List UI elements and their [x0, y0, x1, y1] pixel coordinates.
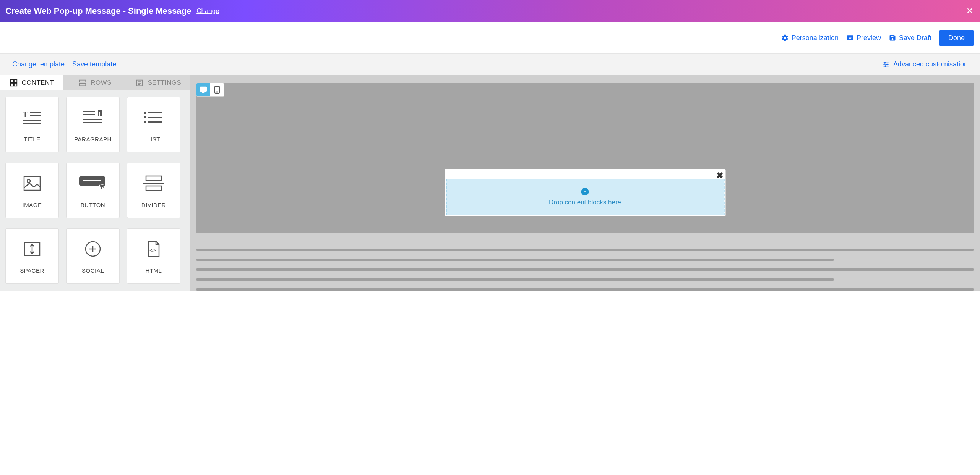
block-social[interactable]: SOCIAL [66, 228, 120, 284]
sliders-icon [883, 61, 889, 68]
advanced-label: Advanced customisation [893, 60, 968, 68]
device-mobile[interactable] [210, 83, 224, 96]
gear-icon [781, 34, 789, 42]
change-template-link[interactable]: Change template [12, 60, 65, 68]
svg-point-8 [885, 66, 886, 67]
actionbar: Personalization Preview Save Draft Done [0, 22, 980, 54]
block-button-label: BUTTON [81, 202, 105, 208]
tab-content[interactable]: CONTENT [0, 75, 63, 90]
tab-rows[interactable]: ROWS [63, 75, 127, 90]
tab-settings-label: SETTINGS [148, 79, 181, 87]
block-button[interactable]: BUTTON [66, 163, 120, 218]
block-list[interactable]: LIST [127, 97, 180, 152]
svg-rect-29 [148, 112, 162, 113]
placeholder-line [196, 259, 834, 261]
desktop-icon [200, 86, 207, 93]
svg-rect-33 [148, 121, 162, 123]
svg-rect-13 [80, 80, 86, 82]
image-icon [23, 173, 41, 194]
drop-zone[interactable]: ↑ Drop content blocks here [446, 179, 724, 215]
upload-icon: ↑ [581, 188, 589, 195]
tab-settings[interactable]: SETTINGS [127, 75, 190, 90]
block-divider[interactable]: DIVIDER [127, 163, 180, 218]
button-icon [79, 173, 107, 194]
popup-preview: ✖ ↑ Drop content blocks here [445, 169, 725, 216]
save-draft-button[interactable]: Save Draft [889, 34, 931, 42]
svg-rect-38 [146, 176, 161, 181]
block-image[interactable]: IMAGE [5, 163, 59, 218]
main: CONTENT ROWS SETTINGS T TITLE [0, 75, 980, 291]
placeholder-line [196, 249, 974, 251]
tab-content-label: CONTENT [22, 79, 54, 87]
template-bar: Change template Save template Advanced c… [0, 54, 980, 75]
svg-rect-25 [83, 114, 95, 115]
content-icon [10, 79, 18, 87]
placeholder-lines [196, 233, 974, 291]
svg-rect-28 [144, 112, 146, 114]
social-icon [85, 239, 101, 260]
svg-rect-32 [144, 121, 146, 123]
block-paragraph[interactable]: PARAGRAPH [66, 97, 120, 152]
mobile-icon [214, 86, 220, 94]
block-paragraph-label: PARAGRAPH [74, 136, 112, 142]
block-divider-label: DIVIDER [141, 202, 166, 208]
preview-icon [846, 34, 854, 42]
block-social-label: SOCIAL [82, 267, 104, 274]
tabs: CONTENT ROWS SETTINGS [0, 75, 190, 90]
svg-point-51 [217, 92, 217, 92]
svg-rect-14 [80, 83, 86, 86]
svg-rect-24 [83, 111, 95, 112]
popup-close-icon[interactable]: ✖ [716, 171, 723, 181]
left-panel: CONTENT ROWS SETTINGS T TITLE [0, 75, 190, 291]
close-icon[interactable]: ✕ [966, 6, 973, 16]
block-html-label: HTML [146, 267, 162, 274]
svg-rect-9 [10, 79, 13, 82]
spacer-icon [24, 239, 41, 260]
svg-rect-37 [83, 180, 101, 181]
topbar: Create Web Pop-up Message - Single Messa… [0, 0, 980, 22]
svg-text:T: T [23, 110, 28, 119]
personalization-button[interactable]: Personalization [781, 34, 839, 42]
canvas-inner: ✖ ↑ Drop content blocks here [196, 83, 974, 233]
svg-rect-23 [23, 123, 41, 124]
placeholder-line [196, 278, 834, 281]
svg-text:</>: </> [149, 248, 156, 253]
svg-rect-47 [200, 87, 206, 91]
block-html[interactable]: </> HTML [127, 228, 180, 284]
svg-rect-27 [83, 122, 102, 123]
save-draft-label: Save Draft [899, 34, 931, 42]
save-template-link[interactable]: Save template [72, 60, 116, 68]
svg-point-6 [884, 62, 885, 63]
block-title-label: TITLE [24, 136, 40, 142]
device-desktop[interactable] [196, 83, 210, 96]
preview-button[interactable]: Preview [846, 34, 881, 42]
svg-rect-22 [23, 120, 41, 121]
svg-rect-11 [10, 83, 13, 86]
svg-rect-21 [30, 115, 41, 116]
settings-icon [135, 79, 144, 87]
change-link[interactable]: Change [196, 7, 219, 15]
svg-point-7 [886, 64, 888, 65]
block-image-label: IMAGE [23, 202, 42, 208]
advanced-customisation-link[interactable]: Advanced customisation [883, 60, 968, 68]
list-icon [144, 107, 163, 128]
divider-icon [143, 173, 164, 194]
svg-rect-26 [83, 119, 102, 120]
content-blocks-grid: T TITLE PARAGRAPH LIST IMAG [0, 90, 190, 291]
canvas: ✖ ↑ Drop content blocks here [190, 75, 980, 291]
svg-rect-12 [14, 83, 17, 86]
placeholder-line [196, 288, 974, 291]
page-title: Create Web Pop-up Message - Single Messa… [5, 6, 191, 16]
done-button[interactable]: Done [939, 30, 974, 46]
block-title[interactable]: T TITLE [5, 97, 59, 152]
svg-rect-30 [144, 116, 146, 118]
paragraph-icon [83, 107, 102, 128]
tab-rows-label: ROWS [91, 79, 111, 87]
block-spacer[interactable]: SPACER [5, 228, 59, 284]
save-icon [889, 34, 896, 42]
svg-point-2 [849, 37, 850, 38]
svg-rect-40 [146, 186, 161, 191]
placeholder-line [196, 268, 974, 271]
preview-label: Preview [857, 34, 881, 42]
block-list-label: LIST [147, 136, 160, 142]
